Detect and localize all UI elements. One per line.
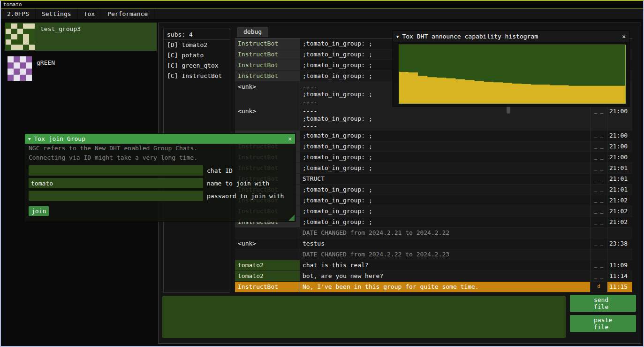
message-cell: DATE CHANGED from 2024.2.22 to 2024.2.23	[300, 249, 591, 260]
join-window-title: Tox join Group	[34, 135, 285, 142]
flags-cell: _ _	[591, 152, 607, 162]
chat-id-input-label: chat ID	[203, 167, 233, 174]
time-cell: 23:38	[607, 239, 632, 249]
message-cell: STRUCT	[300, 174, 591, 184]
time-cell: 21:01	[607, 185, 632, 195]
join-info-line: NGC refers to the New DHT enabled Group …	[25, 144, 295, 153]
message-cell: bot, are you new here?	[300, 271, 591, 281]
sender-cell: <unk>	[235, 82, 300, 106]
flags-cell: _ _	[591, 131, 607, 141]
message-row[interactable]: InstructBotNo, I've been in this group f…	[235, 282, 632, 293]
group-avatar	[6, 23, 35, 50]
join-window-titlebar[interactable]: ▼ Tox join Group ✕	[25, 134, 295, 144]
subs-list: [D] tomato2[C] potato[C] green_qtox[C] I…	[164, 40, 230, 81]
message-row[interactable]: tomato2bot, are you new here?_ _11:14	[235, 271, 632, 282]
contact-name: test_group3	[36, 23, 81, 51]
time-cell: 21:02	[607, 195, 632, 206]
subs-count: subs: 4	[164, 29, 230, 40]
join-name-input-row: name to join with	[29, 178, 291, 188]
window-title: tomato	[1, 1, 643, 8]
contact-name: gREEN	[32, 56, 55, 85]
sender-cell: InstructBot	[235, 282, 300, 292]
app-window: tomato 2.0FPSSettingsToxPerformance test…	[0, 0, 644, 347]
chat-id-input[interactable]	[29, 165, 203, 176]
time-cell: 11:09	[607, 260, 632, 270]
time-cell	[607, 249, 632, 260]
send-file-label: send file	[594, 296, 612, 310]
time-cell: 21:02	[607, 217, 632, 227]
menu-item-settings[interactable]: Settings	[36, 8, 78, 19]
contact-item-test-group3[interactable]: test_group3	[5, 23, 157, 51]
join-name-input[interactable]	[29, 178, 203, 188]
time-cell	[607, 228, 632, 238]
contact-avatar	[8, 56, 32, 81]
time-cell: 11:14	[607, 271, 632, 281]
message-cell: testus	[300, 239, 591, 249]
join-name-input-label: name to join with	[203, 180, 269, 187]
close-icon[interactable]: ✕	[288, 135, 292, 142]
sender-cell: InstructBot	[235, 60, 300, 70]
resize-grip[interactable]	[288, 215, 295, 221]
histogram-window: ▼ Tox DHT announce capability histogram …	[393, 31, 629, 107]
close-icon[interactable]: ✕	[622, 33, 626, 40]
message-cell: ;tomato_in_group: ;	[300, 195, 591, 206]
sender-cell: <unk>	[235, 239, 300, 249]
flags-cell: _ _	[591, 206, 607, 216]
subs-item-c-green-qtox[interactable]: [C] green_qtox	[164, 61, 230, 71]
time-cell: 21:00	[607, 131, 632, 141]
join-password-input-row: password to join with	[29, 191, 291, 201]
message-row[interactable]: <unk>---- ;tomato_in_group: ; ----_ _21:…	[235, 106, 632, 131]
sender-cell: tomato2	[235, 271, 300, 281]
message-cell: ;tomato_in_group: ;	[300, 131, 591, 141]
sender-cell: <unk>	[235, 106, 300, 130]
flags-cell: _ _	[591, 106, 607, 130]
time-cell: 21:02	[607, 206, 632, 216]
message-cell: ;tomato_in_group: ;	[300, 217, 591, 227]
collapse-icon[interactable]: ▼	[396, 34, 399, 39]
flags-cell	[591, 249, 607, 260]
subs-item-c-potato[interactable]: [C] potato	[164, 50, 230, 61]
flags-cell: _ _	[591, 195, 607, 206]
time-cell: 21:00	[607, 152, 632, 162]
flags-cell: _ _	[591, 174, 607, 184]
paste-file-label: paste file	[594, 316, 612, 331]
menu-item-2-0fps[interactable]: 2.0FPS	[1, 8, 36, 19]
sender-cell	[235, 228, 300, 238]
subs-item-c-instructbot[interactable]: [C] InstructBot	[164, 71, 230, 81]
message-cell: ;tomato_in_group: ;	[300, 163, 591, 173]
message-cell: No, I've been in this group for quite so…	[300, 282, 591, 292]
message-cell: ---- ;tomato_in_group: ; ----	[300, 106, 591, 130]
menu-item-performance[interactable]: Performance	[101, 8, 154, 19]
message-input[interactable]	[162, 296, 566, 338]
message-cell: ;tomato_in_group: ;	[300, 206, 591, 216]
time-cell: 11:15	[607, 282, 632, 292]
sender-cell: InstructBot	[235, 39, 300, 49]
date-separator-row[interactable]: DATE CHANGED from 2024.2.22 to 2024.2.23	[235, 249, 632, 260]
subs-item-d-tomato2[interactable]: [D] tomato2	[164, 40, 230, 50]
collapse-icon[interactable]: ▼	[28, 137, 30, 141]
sender-cell: InstructBot	[235, 49, 300, 60]
flags-cell: _ _	[591, 185, 607, 195]
histogram-window-titlebar[interactable]: ▼ Tox DHT announce capability histogram …	[393, 31, 629, 42]
flags-cell: _ _	[591, 217, 607, 227]
join-button[interactable]: join	[29, 206, 49, 216]
contact-list: test_group3 gREEN	[5, 23, 157, 90]
time-cell: 21:00	[607, 141, 632, 152]
message-cell: ;tomato_in_group: ;	[300, 141, 591, 152]
flags-cell: _ _	[591, 239, 607, 249]
flags-cell: _ _	[591, 163, 607, 173]
message-row[interactable]: tomato2chat is this real?_ _11:09	[235, 260, 632, 271]
menu-item-tox[interactable]: Tox	[78, 8, 101, 19]
message-cell: ;tomato_in_group: ;	[300, 152, 591, 162]
message-row[interactable]: <unk>testus_ _23:38	[235, 239, 632, 249]
flags-cell: d	[591, 282, 607, 292]
paste-file-button[interactable]: paste file	[570, 315, 636, 332]
send-file-button[interactable]: send file	[570, 295, 636, 312]
contact-item-green[interactable]: gREEN	[5, 56, 157, 85]
message-cell: DATE CHANGED from 2024.2.21 to 2024.2.22	[300, 228, 591, 238]
tab-debug[interactable]: debug	[237, 27, 268, 37]
date-separator-row[interactable]: DATE CHANGED from 2024.2.21 to 2024.2.22	[235, 228, 632, 239]
join-password-input[interactable]	[29, 191, 203, 201]
flags-cell: _ _	[591, 260, 607, 270]
flags-cell	[591, 228, 607, 238]
